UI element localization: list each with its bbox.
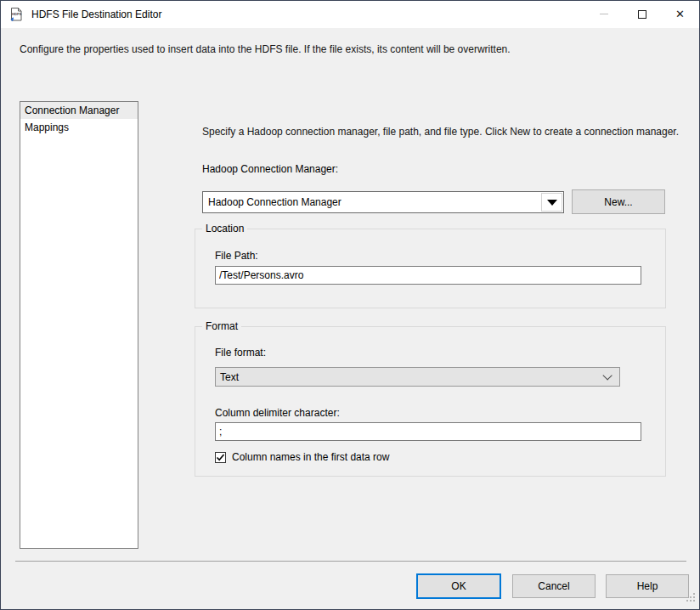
new-connection-button[interactable]: New... bbox=[572, 189, 665, 214]
resize-grip[interactable] bbox=[686, 593, 695, 602]
close-button[interactable]: ✕ bbox=[661, 1, 699, 27]
combobox-dropdown-button[interactable] bbox=[541, 193, 562, 212]
column-names-checkbox-row: Column names in the first data row bbox=[215, 451, 389, 463]
delimiter-label: Column delimiter character: bbox=[215, 407, 340, 419]
nav-item-mappings[interactable]: Mappings bbox=[20, 119, 138, 136]
dialog-description: Configure the properties used to insert … bbox=[20, 43, 511, 55]
location-group-title: Location bbox=[202, 223, 247, 234]
file-format-label: File format: bbox=[215, 347, 266, 359]
dialog-window: HDFS HDFS File Destination Editor ✕ Conf… bbox=[0, 0, 700, 610]
minimize-icon bbox=[600, 14, 608, 14]
instruction-text: Specify a Hadoop connection manager, fil… bbox=[202, 126, 679, 138]
maximize-icon bbox=[638, 10, 646, 19]
delimiter-input[interactable] bbox=[215, 422, 641, 441]
check-icon bbox=[216, 453, 225, 462]
window-title: HDFS File Destination Editor bbox=[31, 8, 161, 20]
help-button[interactable]: Help bbox=[606, 574, 689, 598]
location-group: Location File Path: bbox=[195, 229, 666, 308]
footer-separator bbox=[15, 561, 686, 562]
cancel-button[interactable]: Cancel bbox=[512, 574, 596, 598]
connection-manager-label: Hadoop Connection Manager: bbox=[202, 163, 338, 175]
chevron-down-icon bbox=[602, 370, 612, 380]
ok-button[interactable]: OK bbox=[416, 573, 501, 599]
maximize-button[interactable] bbox=[623, 1, 661, 27]
column-names-checkbox[interactable] bbox=[215, 452, 226, 463]
format-group-title: Format bbox=[202, 320, 241, 332]
format-group: Format File format: Text Column delimite… bbox=[195, 326, 666, 477]
caption-buttons: ✕ bbox=[584, 1, 699, 27]
close-icon: ✕ bbox=[675, 8, 685, 20]
page-list: Connection Manager Mappings bbox=[20, 101, 138, 549]
titlebar: HDFS HDFS File Destination Editor ✕ bbox=[1, 1, 699, 28]
dropdown-arrow-icon bbox=[547, 200, 557, 206]
column-names-checkbox-label[interactable]: Column names in the first data row bbox=[232, 451, 389, 463]
file-path-label: File Path: bbox=[215, 250, 258, 262]
connection-manager-value: Hadoop Connection Manager bbox=[203, 196, 541, 208]
hdfs-file-icon: HDFS bbox=[8, 7, 24, 22]
file-format-select[interactable]: Text bbox=[215, 367, 620, 387]
connection-manager-combobox[interactable]: Hadoop Connection Manager bbox=[202, 191, 564, 213]
file-format-value: Text bbox=[216, 371, 602, 383]
minimize-button[interactable] bbox=[584, 1, 623, 27]
svg-text:HDFS: HDFS bbox=[12, 12, 22, 16]
nav-item-connection-manager[interactable]: Connection Manager bbox=[20, 102, 138, 119]
file-path-input[interactable] bbox=[215, 266, 641, 285]
